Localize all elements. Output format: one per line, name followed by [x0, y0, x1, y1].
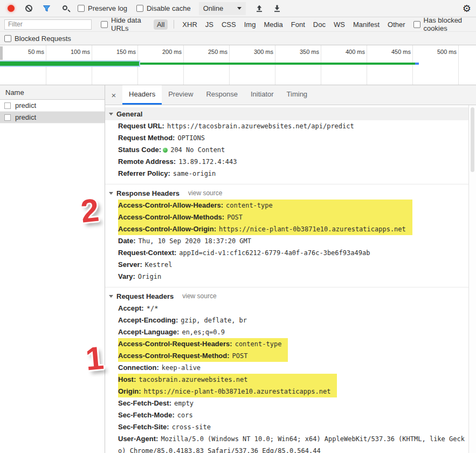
tab-timing[interactable]: Timing	[280, 85, 314, 105]
section-response-headers[interactable]: Response Headers view source	[105, 187, 468, 200]
throttling-select[interactable]: Online	[199, 2, 246, 15]
triangle-down-icon	[109, 192, 113, 195]
tab-initiator[interactable]: Initiator	[244, 85, 280, 105]
close-icon[interactable]: ×	[105, 85, 122, 105]
header-row: Accept-Encoding:gzip, deflate, br	[105, 314, 468, 326]
download-arrow-icon	[273, 5, 281, 12]
annotation-step-1: 1	[84, 342, 105, 376]
disable-cache-checkbox[interactable]	[136, 5, 143, 12]
network-filter-bar: Hide data URLs All XHR JS CSS Img Media …	[0, 17, 476, 32]
request-name: predict	[15, 113, 36, 121]
has-blocked-cookies-checkbox[interactable]	[413, 21, 420, 28]
view-source-link[interactable]: view source	[182, 292, 216, 300]
request-file-icon	[4, 102, 11, 109]
preserve-log-label: Preserve log	[88, 4, 127, 12]
tab-preview[interactable]: Preview	[162, 85, 199, 105]
timeline-overview[interactable]: 50 ms 100 ms 150 ms 200 ms 250 ms 300 ms…	[0, 45, 476, 85]
blocked-requests-label: Blocked Requests	[15, 35, 71, 43]
tick-label: 400 ms	[321, 45, 367, 85]
filter-input[interactable]	[4, 19, 92, 30]
network-toolbar: Preserve log Disable cache Online ⚙	[0, 0, 476, 17]
header-row: Request Method:OPTIONS	[105, 132, 468, 144]
preserve-log-group: Preserve log	[78, 4, 127, 12]
preserve-log-checkbox[interactable]	[78, 5, 85, 12]
request-timeline-bar-end	[415, 63, 419, 65]
header-row: Sec-Fetch-Site:cross-site	[105, 421, 468, 433]
tick-label: 500 ms	[413, 45, 459, 85]
type-filter-js[interactable]: JS	[205, 20, 213, 29]
section-separator	[105, 287, 468, 287]
request-row-predict-2[interactable]: predict	[0, 112, 105, 123]
header-row: Server:Kestrel	[105, 259, 468, 271]
header-row: Access-Control-Allow-Headers:content-typ…	[118, 200, 406, 211]
header-row: Remote Address:13.89.172.4:443	[105, 156, 468, 168]
type-filter-other[interactable]: Other	[388, 20, 405, 29]
type-filter-media[interactable]: Media	[264, 20, 282, 29]
requests-panel: Name predict predict	[0, 85, 105, 453]
type-filter-css[interactable]: CSS	[222, 20, 236, 29]
header-row: Access-Control-Allow-Methods:POST	[118, 211, 406, 223]
status-ok-icon	[163, 148, 168, 153]
filter-toggle-button[interactable]	[42, 4, 51, 13]
section-request-headers[interactable]: Request Headers view source	[105, 290, 468, 303]
tick-label: 450 ms	[367, 45, 413, 85]
tab-response[interactable]: Response	[199, 85, 244, 105]
network-main-split: Name predict predict × Headers Preview R…	[0, 85, 476, 453]
request-details-panel: × Headers Preview Response Initiator Tim…	[105, 85, 476, 453]
header-row-status: Status Code:204 No Content	[105, 144, 468, 156]
resource-type-filters: All XHR JS CSS Img Media Font Doc WS Man…	[154, 19, 405, 30]
chevron-down-icon	[237, 7, 242, 10]
tick-label: 300 ms	[230, 45, 275, 85]
type-filter-ws[interactable]: WS	[334, 20, 345, 29]
header-row: Date:Thu, 10 Sep 2020 18:37:20 GMT	[105, 235, 468, 247]
header-row: Sec-Fetch-Mode:cors	[105, 409, 468, 421]
clear-icon	[25, 5, 32, 12]
upload-arrow-icon	[256, 5, 263, 12]
request-row-predict-1[interactable]: predict	[0, 100, 105, 112]
has-blocked-cookies-group: Has blocked cookies	[413, 16, 472, 32]
search-button[interactable]	[60, 4, 68, 13]
tick-label: 250 ms	[184, 45, 230, 85]
hide-data-urls-label: Hide data URLs	[111, 16, 148, 32]
headers-content: General Request URL:https://tacosbrain.a…	[105, 105, 468, 453]
type-filter-doc[interactable]: Doc	[313, 20, 326, 29]
record-icon	[8, 5, 15, 12]
header-row: Access-Control-Request-Headers:content-t…	[118, 338, 281, 350]
type-filter-all[interactable]: All	[154, 19, 168, 30]
hide-data-urls-group: Hide data URLs	[101, 16, 148, 32]
overview-left-handle[interactable]	[0, 46, 3, 60]
record-button[interactable]	[6, 4, 15, 13]
view-source-link[interactable]: view source	[188, 189, 222, 197]
header-row: Vary:Origin	[105, 271, 468, 283]
request-name: predict	[15, 101, 36, 109]
tab-headers[interactable]: Headers	[122, 85, 162, 105]
header-row: Host:tacosbrain.azurewebsites.net	[118, 374, 330, 386]
header-row: Origin:https://nice-plant-0b3871e10.azur…	[118, 386, 330, 397]
import-har-button[interactable]	[255, 4, 264, 13]
name-column-header[interactable]: Name	[0, 85, 105, 100]
hide-data-urls-checkbox[interactable]	[101, 21, 108, 28]
vertical-scrollbar[interactable]	[468, 105, 476, 453]
blocked-requests-group: Blocked Requests	[4, 35, 71, 43]
scrollbar-thumb[interactable]	[471, 107, 474, 172]
header-row: Sec-Fetch-Dest:empty	[105, 397, 468, 409]
settings-gear-icon[interactable]: ⚙	[463, 2, 471, 15]
export-har-button[interactable]	[273, 4, 281, 13]
tick-label: 350 ms	[275, 45, 321, 85]
header-row-user-agent: User-Agent:Mozilla/5.0 (Windows NT 10.0;…	[105, 433, 468, 453]
type-filter-xhr[interactable]: XHR	[182, 20, 197, 29]
type-filter-img[interactable]: Img	[244, 20, 256, 29]
triangle-down-icon	[109, 113, 113, 115]
type-filter-manifest[interactable]: Manifest	[353, 20, 380, 29]
highlight-request-cors: Access-Control-Request-Headers:content-t…	[118, 338, 288, 362]
request-timeline-bar-selected	[0, 61, 139, 66]
type-filter-font[interactable]: Font	[291, 20, 305, 29]
section-general[interactable]: General	[105, 107, 468, 120]
has-blocked-cookies-label: Has blocked cookies	[424, 16, 472, 32]
highlight-response-cors: Access-Control-Allow-Headers:content-typ…	[118, 200, 412, 235]
tick-label: 200 ms	[138, 45, 184, 85]
annotation-step-2: 2	[79, 194, 100, 228]
clear-button[interactable]	[24, 4, 33, 13]
blocked-requests-checkbox[interactable]	[4, 35, 11, 42]
funnel-icon	[43, 5, 51, 12]
